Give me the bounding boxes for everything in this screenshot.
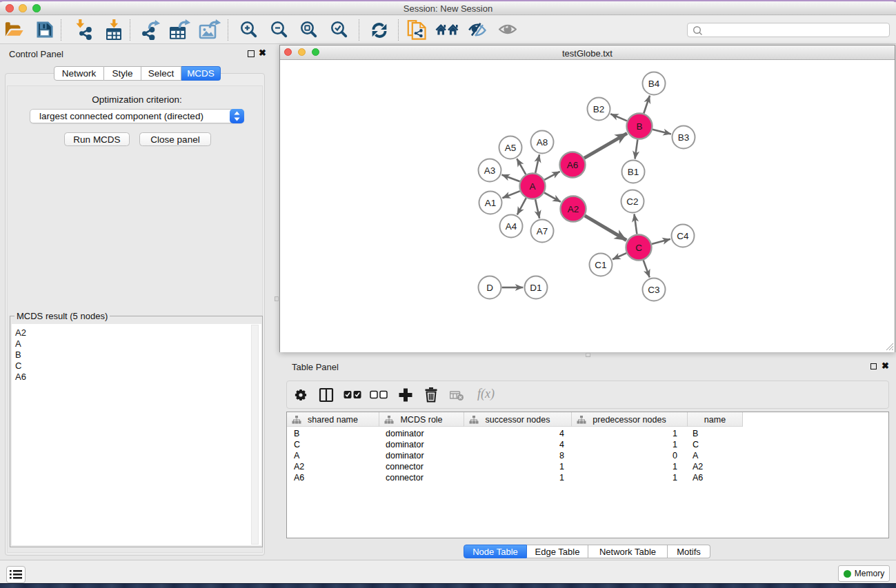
- svg-text:C2: C2: [626, 196, 638, 207]
- svg-text:A7: A7: [537, 226, 548, 236]
- svg-text:A5: A5: [505, 143, 517, 153]
- svg-text:C1: C1: [595, 260, 606, 270]
- svg-text:C3: C3: [648, 285, 659, 295]
- svg-text:C: C: [635, 243, 642, 253]
- svg-text:D: D: [486, 283, 493, 293]
- svg-text:A4: A4: [506, 221, 517, 232]
- svg-text:C4: C4: [677, 231, 689, 241]
- svg-text:A: A: [529, 181, 535, 192]
- svg-text:A1: A1: [485, 198, 497, 208]
- svg-text:A6: A6: [567, 160, 579, 170]
- svg-text:A8: A8: [537, 137, 548, 148]
- svg-text:B3: B3: [678, 132, 690, 143]
- svg-text:B1: B1: [628, 167, 639, 177]
- svg-text:B2: B2: [593, 104, 605, 114]
- svg-text:B: B: [636, 121, 642, 132]
- svg-text:D1: D1: [530, 283, 541, 293]
- svg-text:B4: B4: [648, 79, 660, 89]
- svg-text:A3: A3: [484, 165, 496, 176]
- svg-text:A2: A2: [568, 204, 579, 214]
